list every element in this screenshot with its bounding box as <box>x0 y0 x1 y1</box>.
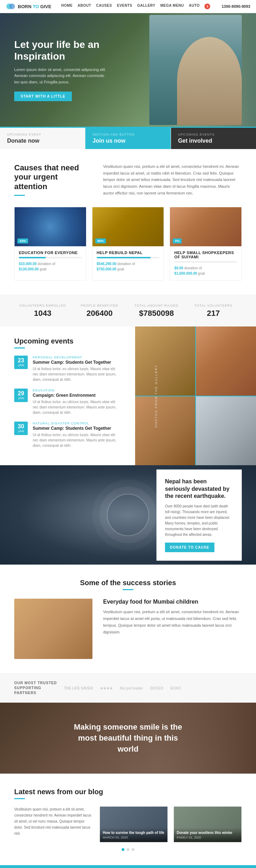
event-item-3[interactable]: 30 JAN NATURAL DISASTER CONTROL Summer C… <box>14 422 121 448</box>
cause-progress-shopkeepers <box>174 261 237 263</box>
section-bar-join[interactable]: SECTION AND BUTTON Join us now <box>85 128 171 149</box>
quote-section: Making someone smile is the most beautif… <box>0 703 256 774</box>
gallery-cell-3[interactable] <box>135 396 195 466</box>
success-children-image <box>14 599 92 659</box>
cause-progress-bar-nepal <box>97 257 151 258</box>
causes-top: Causes that need your urgent attention V… <box>14 163 242 196</box>
hero-cta-button[interactable]: START WITH A LITTLE <box>14 92 72 101</box>
nav-events[interactable]: EVENTS <box>117 4 132 9</box>
nepal-target-graphic <box>107 494 149 536</box>
blog-card-2-overlay: Donate your woollens this winter FAMILY … <box>174 828 241 842</box>
nav-mega-menu[interactable]: MEGA MENU <box>160 4 184 9</box>
section-bar-involved[interactable]: UPCOMING EVENTS Get involved <box>171 128 256 149</box>
section-bar-donate-label: UPCOMING EVENT <box>7 133 78 136</box>
phone-number: 1300-9090-9093 <box>222 4 250 9</box>
event-title-2: Campaign: Green Environment <box>33 393 121 398</box>
event-date-3: 30 JAN <box>14 422 28 435</box>
cause-amounts-shopkeepers: $0.00 donation of $1,600,000.00 goal <box>174 265 237 276</box>
section-bar-donate[interactable]: UPCOMING EVENT Donate now <box>0 128 85 149</box>
gallery-label: PHOTOS FROM THE GALLERY <box>154 364 158 427</box>
success-title-bar <box>123 589 133 590</box>
cause-amounts-education: $10,000.00 donation of $130,000.00 goal <box>19 261 82 272</box>
event-day-2: 29 <box>16 391 26 396</box>
event-day-3: 30 <box>16 424 26 429</box>
blog-card-2[interactable]: Donate your woollens this winter FAMILY … <box>174 806 242 842</box>
event-item-1[interactable]: 23 JAN PERSONAL DEVELOPMENT Summer Camp:… <box>14 356 121 382</box>
nepal-donate-button[interactable]: DONATE TO CAUSE <box>165 543 214 552</box>
blog-dot-2[interactable] <box>127 848 129 851</box>
event-desc-1: Ut at finibus tortor, eu ultrices turpis… <box>33 366 121 382</box>
event-title-1: Summer Camp: Students Get Together <box>33 360 121 365</box>
blog-dot-3[interactable] <box>132 848 134 851</box>
event-category-1: PERSONAL DEVELOPMENT <box>33 356 121 359</box>
hero-section: Let your life be an Inspiration Lorem ip… <box>0 13 256 127</box>
nav-about[interactable]: ABOUT <box>78 4 91 9</box>
hero-image <box>135 13 256 127</box>
section-bar-involved-label: UPCOMING EVENTS <box>178 133 249 136</box>
cause-card-nepal[interactable]: 86% HELP REBUILD NEPAL $546,290.00 donat… <box>92 207 164 281</box>
cause-card-education-image: 43% <box>15 207 86 246</box>
event-month-2: JAN <box>16 396 26 400</box>
stats-section: VOLUNTEERS ENROLLED 1043 PEOPLE BENEFITE… <box>0 295 256 326</box>
blog-card-2-date: FAMILY 01, 2020 <box>177 836 239 839</box>
blog-text-column: Vestibulum quam nisi, pretium a elit sit… <box>14 806 92 842</box>
causes-section: Causes that need your urgent attention V… <box>0 149 256 295</box>
blog-dot-1[interactable] <box>122 848 124 851</box>
gallery-cell-2[interactable] <box>196 326 256 396</box>
event-desc-3: Ut at finibus tortor, eu ultrices turpis… <box>33 432 121 448</box>
gallery-cell-1[interactable] <box>135 326 195 396</box>
success-content: Everyday food for Mumbai children Vestib… <box>14 599 242 659</box>
notification-badge[interactable]: 3 <box>204 4 210 9</box>
blog-card-2-title: Donate your woollens this winter <box>177 830 239 835</box>
partners-section: OUR MOST TRUSTED SUPPORTING PARTNERS THE… <box>0 673 256 703</box>
event-info-3: NATURAL DISASTER CONTROL Summer Camp: St… <box>33 422 121 448</box>
gallery-cell-4[interactable] <box>196 396 256 466</box>
success-section-title: Some of the success stories <box>14 579 242 587</box>
svg-point-1 <box>9 4 15 9</box>
blog-content: Vestibulum quam nisi, pretium a elit sit… <box>14 806 242 842</box>
cause-card-nepal-badge: 86% <box>95 238 106 243</box>
partner-logo-5: ECKO <box>170 686 181 690</box>
cause-card-education[interactable]: 43% EDUCATION FOR EVERYONE $10,000.00 do… <box>14 207 86 281</box>
event-title-3: Summer Camp: Students Get Together <box>33 426 121 431</box>
partner-logo-2: ★★★★ <box>100 686 113 690</box>
nav-home[interactable]: HOME <box>61 4 73 9</box>
cause-card-shopkeepers-body: HELP SMALL SHOPKEEPERS OF SUIYAMI $0.00 … <box>170 246 241 280</box>
cause-card-shopkeepers[interactable]: 0% HELP SMALL SHOPKEEPERS OF SUIYAMI $0.… <box>170 207 242 281</box>
nav-links: HOME ABOUT CAUSES EVENTS GALLERY MEGA ME… <box>61 4 212 9</box>
stat-total-volunteers-label: TOTAL VOLUNTEERS <box>185 304 242 307</box>
section-bar-involved-title: Get involved <box>178 138 249 144</box>
brand-logo[interactable]: BORN TO GIVE <box>6 3 51 10</box>
event-desc-2: Ut at finibus tortor, eu ultrices turpis… <box>33 399 121 415</box>
event-day-1: 23 <box>16 358 26 363</box>
stat-volunteers-enrolled-value: 1043 <box>14 309 71 318</box>
volunteer-banner: LET'S START DOING YOUR BIT FOR THE WORLD… <box>0 865 256 868</box>
success-story-image <box>14 599 92 659</box>
blog-card-2-image: Donate your woollens this winter FAMILY … <box>174 807 241 842</box>
event-date-1: 23 JAN <box>14 356 28 369</box>
events-title: Upcoming events <box>14 337 121 345</box>
event-item-2[interactable]: 29 JAN EDUCATION Campaign: Green Environ… <box>14 389 121 415</box>
cause-card-education-badge: 43% <box>17 238 28 243</box>
nav-gallery[interactable]: GALLERY <box>137 4 155 9</box>
events-section: Upcoming events 23 JAN PERSONAL DEVELOPM… <box>0 326 256 465</box>
success-section: Some of the success stories Everyday foo… <box>0 565 256 673</box>
stat-volunteers-enrolled: VOLUNTEERS ENROLLED 1043 <box>14 304 71 318</box>
nepal-card: Nepal has been seriously devastated by t… <box>156 469 242 561</box>
blog-card-1-date: MARCH 03, 2020 <box>103 836 165 839</box>
cause-card-shopkeepers-badge: 0% <box>173 238 182 243</box>
cause-card-shopkeepers-title: HELP SMALL SHOPKEEPERS OF SUIYAMI <box>174 251 237 259</box>
navbar: BORN TO GIVE HOME ABOUT CAUSES EVENTS GA… <box>0 0 256 13</box>
blog-title: Latest news from our blog <box>14 788 242 796</box>
success-story-text: Everyday food for Mumbai children Vestib… <box>103 599 242 659</box>
nepal-card-description: Over 8000 people have died (with death t… <box>165 504 233 538</box>
causes-cards: 43% EDUCATION FOR EVERYONE $10,000.00 do… <box>14 207 242 281</box>
nav-causes[interactable]: CAUSES <box>96 4 112 9</box>
event-category-3: NATURAL DISASTER CONTROL <box>33 422 121 425</box>
nav-auto[interactable]: AUTO <box>189 4 199 9</box>
blog-card-1[interactable]: How to survive the tough path of life MA… <box>100 806 168 842</box>
blog-card-1-image: How to survive the tough path of life MA… <box>100 807 167 842</box>
stat-total-volunteers: TOTAL VOLUNTEERS 217 <box>185 304 242 318</box>
cause-card-nepal-title: HELP REBUILD NEPAL <box>97 251 160 255</box>
events-left-panel: Upcoming events 23 JAN PERSONAL DEVELOPM… <box>0 326 135 465</box>
